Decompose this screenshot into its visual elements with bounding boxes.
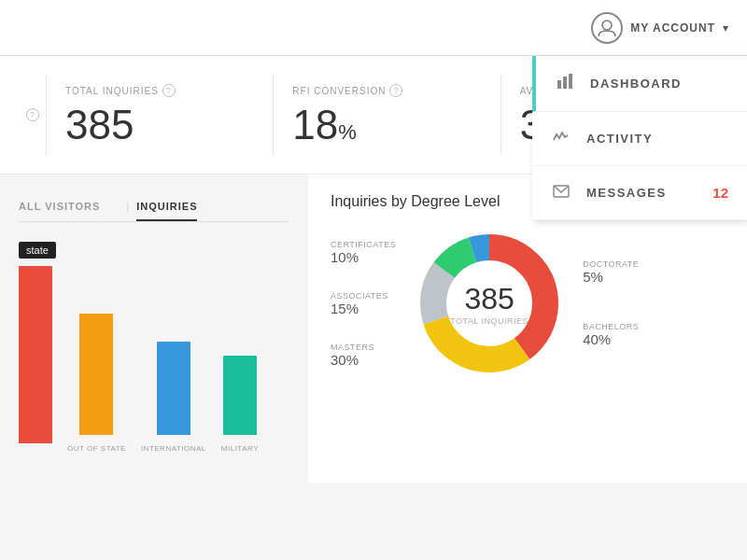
messages-label: MESSAGES	[586, 186, 667, 200]
bar-group-3: MILITARY	[221, 356, 259, 453]
donut-label-doctorate: DOCTORATE 5%	[583, 259, 639, 285]
donut-label-bachelors: BACHELORS 40%	[583, 322, 639, 347]
bar-label-1: OUT OF STATE	[67, 444, 126, 453]
avatar-icon	[591, 12, 623, 44]
chevron-down-icon: ▾	[723, 21, 728, 35]
help-icon-inquiries[interactable]: ?	[162, 84, 176, 97]
donut-labels-right: DOCTORATE 5% BACHELORS 40%	[583, 259, 639, 347]
stat-label-rfi-conversion: RFI CONVERSION ?	[292, 84, 481, 97]
stat-label-total-inquiries: TOTAL INQUIRIES ?	[65, 84, 254, 97]
bar-2	[157, 342, 190, 435]
bar-chart-section: ALL VISITORS | INQUIRIES state	[0, 175, 308, 483]
bar-0	[19, 266, 52, 443]
rfi-unit: %	[338, 120, 357, 144]
stat-card-rfi-conversion: RFI CONVERSION ? 18%	[274, 75, 500, 155]
account-dropdown: DASHBOARD ACTIVITY MESSAGES 12	[532, 56, 747, 220]
svg-rect-3	[569, 74, 572, 89]
donut-label-associates: ASSOCIATES 15%	[331, 291, 396, 316]
svg-rect-1	[557, 80, 561, 89]
tab-inquiries[interactable]: INQUIRIES	[136, 193, 197, 221]
tab-divider: |	[119, 193, 136, 221]
bar-group-2: INTERNATIONAL	[141, 342, 206, 453]
bar-group-0	[19, 266, 52, 453]
donut-center-label: TOTAL INQUIRIES	[450, 316, 529, 326]
donut-labels-left: CERTIFICATES 10% ASSOCIATES 15% MASTERS …	[331, 240, 396, 368]
chart-tabs: ALL VISITORS | INQUIRIES	[19, 193, 289, 222]
donut-label-certificates: CERTIFICATES 10%	[331, 240, 396, 265]
mail-icon	[551, 183, 571, 203]
dropdown-item-messages[interactable]: MESSAGES 12	[532, 166, 747, 220]
messages-badge: 12	[712, 185, 728, 201]
donut-center-text: 385 TOTAL INQUIRIES	[450, 282, 529, 326]
bar-group-1: OUT OF STATE	[67, 314, 126, 453]
svg-point-0	[602, 21, 612, 30]
donut-center-value: 385	[450, 282, 529, 316]
account-label: MY ACCOUNT	[630, 21, 715, 35]
bar-chart-icon	[555, 73, 575, 94]
bar-1	[79, 314, 113, 435]
activity-icon	[551, 129, 571, 148]
stat-value-rfi-conversion: 18%	[292, 105, 481, 146]
bar-chart-container: OUT OF STATE INTERNATIONAL MILITARY	[19, 266, 289, 481]
stat-value-total-inquiries: 385	[65, 105, 254, 146]
account-menu-trigger[interactable]: MY ACCOUNT ▾	[591, 12, 728, 44]
dropdown-item-activity[interactable]: ACTIVITY	[532, 112, 747, 166]
dashboard-label: DASHBOARD	[590, 77, 682, 91]
activity-label: ACTIVITY	[586, 132, 653, 146]
bar-3	[223, 356, 257, 435]
stat-card-total-inquiries: TOTAL INQUIRIES ? 385	[47, 75, 274, 155]
donut-svg-wrapper: 385 TOTAL INQUIRIES	[415, 229, 564, 378]
donut-chart-section: Inquiries by Degree Level CERTIFICATES 1…	[308, 175, 747, 483]
dropdown-item-dashboard[interactable]: DASHBOARD	[532, 56, 747, 112]
header: MY ACCOUNT ▾ DASHBOARD ACTIVITY	[0, 0, 747, 56]
bar-label-2: INTERNATIONAL	[141, 444, 206, 453]
donut-content: CERTIFICATES 10% ASSOCIATES 15% MASTERS …	[331, 229, 725, 378]
bar-label-3: MILITARY	[221, 444, 259, 453]
svg-rect-2	[563, 77, 567, 89]
help-icon-rfi[interactable]: ?	[389, 84, 402, 97]
state-badge: state	[19, 242, 56, 259]
tab-all-visitors[interactable]: ALL VISITORS	[19, 193, 100, 221]
help-icon-partial: ?	[26, 108, 39, 121]
charts-row: ALL VISITORS | INQUIRIES state	[0, 175, 747, 483]
donut-label-masters: MASTERS 30%	[331, 343, 396, 368]
